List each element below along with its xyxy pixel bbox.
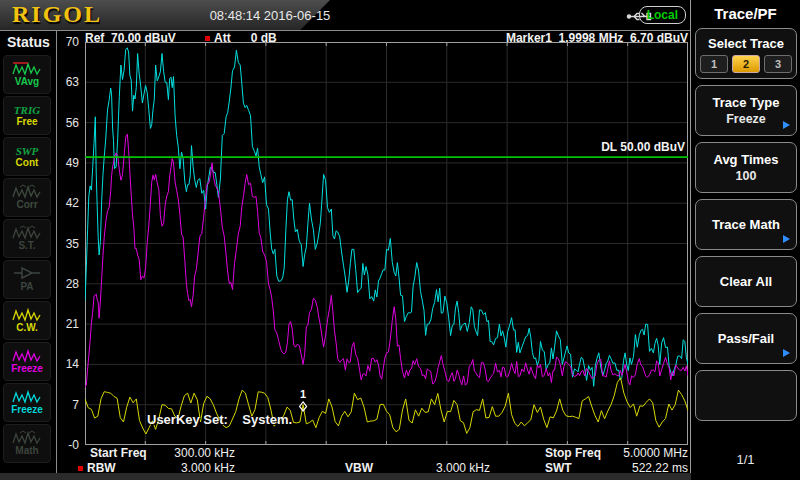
status-item-list: VAvgTRIGFreeSWPContCorrS.T.PAC.W.FreezeF… — [3, 55, 53, 465]
st-label: S.T. — [18, 240, 35, 252]
vbw-label: VBW — [345, 461, 373, 475]
corr-waveform-icon — [12, 184, 42, 199]
trace-math-label: Trace Math — [712, 216, 780, 233]
vbw-value: 3.000 kHz — [405, 461, 490, 475]
vavg-label: VAvg — [15, 76, 39, 88]
marker-number: 1 — [300, 388, 306, 400]
select-trace-label: Select Trace — [708, 35, 784, 52]
trace-type-label: Trace Type — [713, 94, 780, 111]
clear-all-button[interactable]: Clear All — [695, 256, 797, 307]
trace-type-button[interactable]: Trace Type Freeze — [695, 85, 797, 136]
corr-label: Corr — [16, 199, 37, 211]
panel-page-indicator: 1/1 — [691, 452, 800, 467]
status-sidebar: Status VAvgTRIGFreeSWPContCorrS.T.PAC.W.… — [0, 31, 56, 473]
y-axis-labels: 7063564942352821147-0 — [56, 42, 82, 445]
display-line-label: DL 50.00 dBuV — [601, 140, 685, 154]
trace-type-value: Freeze — [726, 111, 766, 127]
pa-waveform-icon — [12, 266, 42, 281]
freeze-cyan-label: Freeze — [11, 404, 43, 416]
status-item-freeze-magenta: Freeze — [3, 342, 51, 381]
swt-label: SWT — [545, 461, 572, 475]
y-axis-label: 7 — [56, 398, 79, 412]
status-item-pa: PA — [3, 260, 51, 299]
status-item-swp: SWPCont — [3, 137, 51, 176]
submenu-arrow-icon — [783, 121, 790, 129]
local-mode-badge: Local — [639, 6, 686, 24]
avg-times-button[interactable]: Avg Times 100 — [695, 142, 797, 193]
y-axis-label: 70 — [56, 35, 79, 49]
y-axis-label: -0 — [56, 438, 79, 452]
freeze-magenta-waveform-icon — [12, 348, 42, 363]
att-active-dot-icon — [205, 36, 210, 41]
math-waveform-icon — [12, 430, 42, 445]
swp-label: Cont — [16, 157, 39, 169]
empty-softkey-button[interactable] — [695, 370, 797, 421]
userkey-message: UserKey Set: System. — [147, 412, 292, 427]
top-bar: RIGOL 08:48:14 2016-06-15 Local — [0, 0, 800, 30]
freeze-cyan-waveform-icon — [12, 389, 42, 404]
trace-pf-panel: Trace/PF Select Trace 1 2 3 Trace Type F… — [691, 0, 800, 480]
vavg-waveform-icon — [12, 61, 42, 76]
y-axis-label: 63 — [56, 75, 79, 89]
stop-freq-label: Stop Freq — [545, 446, 601, 460]
y-axis-label: 49 — [56, 156, 79, 170]
trig-label: Free — [16, 116, 37, 128]
y-axis-label: 14 — [56, 357, 79, 371]
status-item-math: Math — [3, 424, 51, 463]
select-trace-button[interactable]: Select Trace 1 2 3 — [695, 28, 797, 79]
swp-mode-icon: SWP — [16, 145, 39, 157]
status-item-vavg: VAvg — [3, 55, 51, 94]
st-waveform-icon — [12, 225, 42, 240]
panel-title: Trace/PF — [691, 5, 800, 22]
status-item-st: S.T. — [3, 219, 51, 258]
pa-label: PA — [20, 281, 33, 293]
status-item-cw: C.W. — [3, 301, 51, 340]
status-item-freeze-cyan: Freeze — [3, 383, 51, 422]
cw-label: C.W. — [16, 322, 38, 334]
trace-math-button[interactable]: Trace Math — [695, 199, 797, 250]
rbw-active-dot-icon — [78, 466, 83, 471]
y-axis-label: 42 — [56, 196, 79, 210]
trig-mode-icon: TRIG — [14, 104, 40, 116]
trace-chip-1[interactable]: 1 — [700, 55, 728, 73]
swt-value: 522.22 ms — [600, 461, 688, 475]
submenu-arrow-icon — [783, 235, 790, 243]
rbw-label: RBW — [87, 461, 116, 475]
start-freq-label: Start Freq — [90, 446, 147, 460]
y-axis-label: 35 — [56, 237, 79, 251]
datetime-display: 08:48:14 2016-06-15 — [0, 8, 540, 23]
y-axis-label: 28 — [56, 277, 79, 291]
y-axis-label: 21 — [56, 317, 79, 331]
trace-chip-2[interactable]: 2 — [732, 55, 760, 73]
pass-fail-label: Pass/Fail — [718, 330, 774, 347]
start-freq-value: 300.00 kHz — [150, 446, 235, 460]
cw-waveform-icon — [12, 307, 42, 322]
spectrum-plot: 1 DL 50.00 dBuV UserKey Set: System. — [85, 42, 688, 445]
y-axis-label: 56 — [56, 116, 79, 130]
rbw-readout: RBW — [78, 461, 116, 475]
status-title: Status — [0, 31, 56, 50]
clear-all-label: Clear All — [720, 273, 772, 290]
math-label: Math — [15, 445, 38, 457]
pass-fail-button[interactable]: Pass/Fail — [695, 313, 797, 364]
trace-chip-3[interactable]: 3 — [764, 55, 792, 73]
submenu-arrow-icon — [783, 349, 790, 357]
freeze-magenta-label: Freeze — [11, 363, 43, 375]
status-item-corr: Corr — [3, 178, 51, 217]
status-item-trig: TRIGFree — [3, 96, 51, 135]
rbw-value: 3.000 kHz — [150, 461, 235, 475]
trace-chips: 1 2 3 — [700, 55, 792, 73]
avg-times-label: Avg Times — [713, 151, 778, 168]
avg-times-value: 100 — [736, 168, 757, 184]
stop-freq-value: 5.0000 MHz — [600, 446, 688, 460]
